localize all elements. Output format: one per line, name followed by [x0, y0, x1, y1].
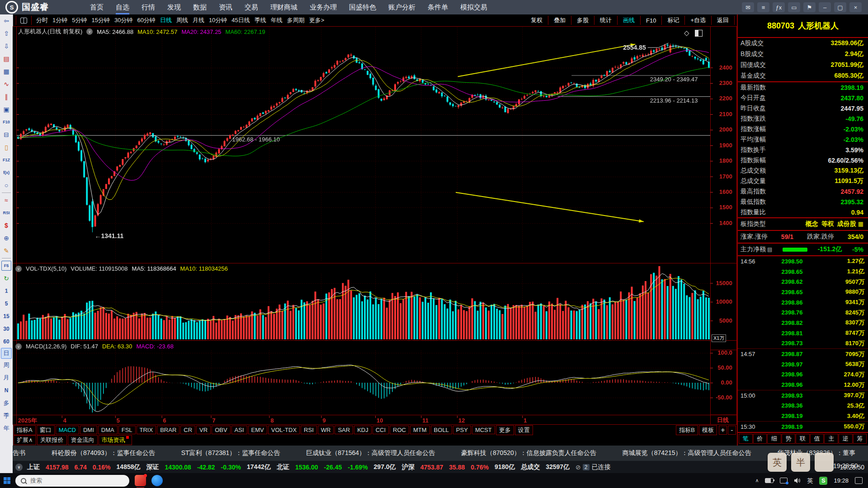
menu-item-发现[interactable]: 发现	[167, 0, 181, 14]
period-周线[interactable]: 周线	[176, 16, 188, 24]
sidebar-report-icon[interactable]: ▤	[1, 52, 12, 65]
indicator-tab-TRIX[interactable]: TRIX	[137, 426, 156, 434]
menu-item-首页[interactable]: 首页	[90, 0, 104, 14]
period-多周期[interactable]: 多周期	[287, 16, 305, 24]
period-1分钟[interactable]: 1分钟	[52, 16, 67, 24]
tick-row[interactable]: 15:002398.93397.0万	[738, 390, 868, 401]
taskbar-app-trading[interactable]	[135, 475, 146, 486]
tick-row[interactable]: 2398.818747万	[738, 328, 868, 338]
tick-row[interactable]: 2398.651.21亿	[738, 267, 868, 277]
collapse-icon[interactable]: ∨	[15, 464, 23, 471]
indicator-tab-VOL-TDX[interactable]: VOL-TDX	[268, 426, 300, 434]
sidebar-quote-table-icon[interactable]: ▦	[1, 65, 12, 78]
indicator-tab-设置[interactable]: 设置	[515, 425, 533, 435]
taskbar-app-browser[interactable]	[151, 475, 163, 486]
sidebar-back-icon[interactable]: ⇦	[1, 14, 12, 27]
search-input[interactable]: 搜索	[15, 475, 129, 487]
indicator-tab-指标A[interactable]: 指标A	[14, 425, 36, 435]
indicator-tab-PSY[interactable]: PSY	[453, 426, 471, 434]
tick-row[interactable]: 2398.738170万	[738, 338, 868, 349]
indicator-tab-OBV[interactable]: OBV	[212, 426, 230, 434]
indicator-tab-窗口[interactable]: 窗口	[37, 425, 55, 435]
indicator-tab-VR[interactable]: VR	[196, 426, 211, 434]
cast-icon[interactable]	[780, 478, 788, 483]
board-type-等权[interactable]: 等权	[821, 220, 834, 227]
window-formula-icon[interactable]: ƒx	[773, 2, 785, 12]
indicator-tab-WR[interactable]: WR	[318, 426, 334, 434]
tick-row[interactable]: 2398.768245万	[738, 307, 868, 318]
detail-tab-联[interactable]: 联	[796, 434, 810, 444]
collapse-icon[interactable]: ∨	[86, 28, 93, 35]
tick-row[interactable]: 14:572398.877095万	[738, 349, 868, 359]
sidebar-up-icon[interactable]: ⇧	[1, 27, 12, 40]
tick-row[interactable]: 2398.3625.3亿	[738, 401, 868, 411]
sidebar-clipboard-icon[interactable]: ▯	[1, 141, 12, 154]
board-type-成份股[interactable]: 成份股	[837, 220, 856, 227]
sidebar-money-icon[interactable]: $	[1, 219, 12, 232]
list-icon[interactable]: ▤	[767, 246, 772, 253]
indicator-tab-BRAR[interactable]: BRAR	[157, 426, 179, 434]
indicator-tab-CR[interactable]: CR	[180, 426, 195, 434]
indicator-tab-MTM[interactable]: MTM	[410, 426, 430, 434]
extension-tab-资金流向[interactable]: 资金流向	[68, 435, 98, 445]
detail-tab-笔[interactable]: 笔	[739, 434, 753, 444]
tick-row[interactable]: 14:562398.501.27亿	[738, 256, 868, 267]
sidebar-period-month[interactable]: 月	[1, 371, 12, 384]
window-settings-icon[interactable]: ≡	[757, 2, 769, 12]
sidebar-period-1min[interactable]: 1	[1, 285, 12, 297]
zoom-out-button[interactable]: -	[728, 426, 736, 435]
collapse-icon[interactable]: ∨	[15, 343, 22, 350]
window-minimize-icon[interactable]: –	[819, 2, 831, 12]
indicator-tab-ASI[interactable]: ASI	[231, 426, 247, 434]
sidebar-period-30min[interactable]: 30	[1, 323, 12, 335]
notification-icon[interactable]	[855, 477, 863, 484]
tick-row[interactable]: 2398.828307万	[738, 318, 868, 328]
sidebar-period-60min[interactable]: 60	[1, 335, 12, 348]
indicator-tab-MCST[interactable]: MCST	[472, 426, 495, 434]
sidebar-period-5min[interactable]: 5	[1, 297, 12, 310]
menu-item-国盛特色[interactable]: 国盛特色	[349, 0, 376, 14]
indicator-tab-RSI[interactable]: RSI	[301, 426, 317, 434]
menu-item-理财商城[interactable]: 理财商城	[270, 0, 297, 14]
tool-画线[interactable]: 画线	[623, 16, 635, 24]
board-type-概念[interactable]: 概念	[806, 220, 818, 227]
tool-返回[interactable]: 返回	[717, 16, 729, 24]
indicator-tab-KDJ[interactable]: KDJ	[354, 426, 372, 434]
tool-统计[interactable]: 统计	[600, 16, 612, 24]
period-45日线[interactable]: 45日线	[231, 16, 250, 24]
period-30分钟[interactable]: 30分钟	[114, 16, 132, 24]
indicator-tab-FSL[interactable]: FSL	[118, 426, 136, 434]
period-60分钟[interactable]: 60分钟	[137, 16, 155, 24]
sogou-icon[interactable]: S	[819, 477, 827, 485]
tick-list[interactable]: 14:562398.501.27亿2398.651.21亿2398.629507…	[738, 256, 868, 432]
tray-expand-icon[interactable]: ∧	[755, 478, 759, 483]
window-screen-icon[interactable]: ▭	[788, 2, 800, 12]
tool-多股[interactable]: 多股	[577, 16, 589, 24]
tick-row[interactable]: 2398.975638万	[738, 359, 868, 370]
tool-叠加[interactable]: 叠加	[554, 16, 566, 24]
indicator-tab-EMV[interactable]: EMV	[248, 426, 267, 434]
indicator-tab-指标B[interactable]: 指标B	[676, 425, 698, 435]
split-pane-icon[interactable]	[695, 30, 703, 37]
connection-count[interactable]: 2	[583, 464, 590, 470]
ime-lang-indicator[interactable]: 英	[807, 477, 813, 485]
indicator-tab-更多[interactable]: 更多	[496, 425, 514, 435]
indicator-tab-DMA[interactable]: DMA	[98, 426, 118, 434]
menu-item-业务办理[interactable]: 业务办理	[310, 0, 337, 14]
split-window-icon[interactable]	[20, 18, 27, 23]
sidebar-move-tool-icon[interactable]: ⊕	[1, 232, 12, 244]
tool-F10[interactable]: F10	[646, 17, 656, 24]
sidebar-trend-line-icon[interactable]: ∿	[1, 78, 12, 90]
sidebar-wave-indicator-icon[interactable]: ≈	[1, 194, 12, 206]
news-item[interactable]: ST富利（872381）：监事任命公告	[181, 449, 280, 457]
detail-tab-价[interactable]: 价	[753, 434, 767, 444]
news-item[interactable]: 科砼股份（874093）：监事任命公告	[52, 449, 155, 457]
tick-row[interactable]: 2398.9612.00万	[738, 380, 868, 390]
detail-tab-逆[interactable]: 逆	[839, 434, 853, 444]
sidebar-f5-refresh[interactable]: F5	[1, 261, 11, 271]
menu-item-模拟交易[interactable]: 模拟交易	[460, 0, 487, 14]
tool-+自选[interactable]: +自选	[690, 16, 706, 24]
period-日线[interactable]: 日线	[160, 16, 172, 24]
chart-canvas[interactable]	[13, 26, 738, 425]
sidebar-formula-icon[interactable]: f(x)	[1, 166, 12, 179]
